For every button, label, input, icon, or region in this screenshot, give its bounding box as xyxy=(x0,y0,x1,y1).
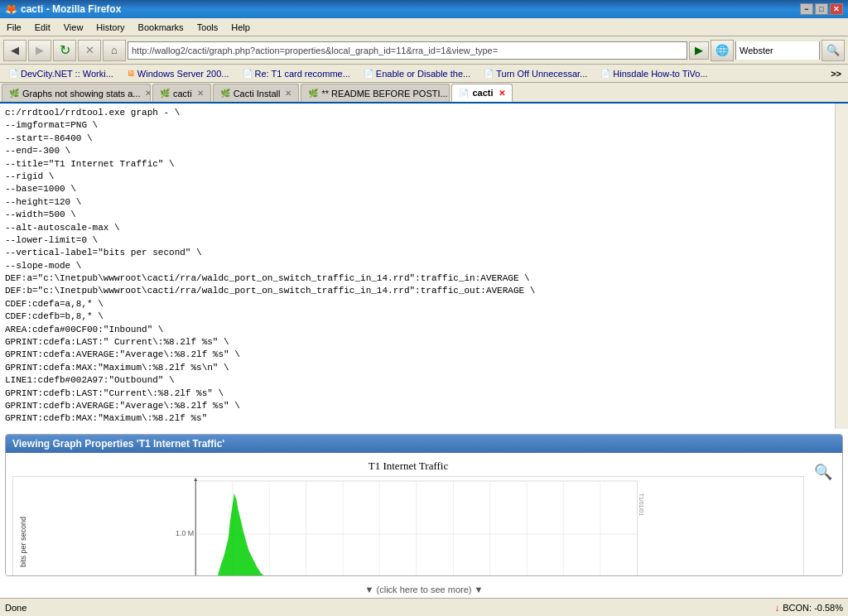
status-text: Done xyxy=(5,603,26,613)
tab-icon-3: 🌿 xyxy=(308,89,318,98)
y-axis-label: bits per second xyxy=(19,517,27,567)
bookmarks-bar: 📄 DevCity.NET :: Worki... 🖥 Windows Serv… xyxy=(0,65,848,83)
titlebar-left: 🦊 cacti - Mozilla Firefox xyxy=(5,3,121,15)
command-line: --alt-autoscale-max \ xyxy=(5,222,830,234)
command-line: GPRINT:cdefb:MAX:"Maximum\:%8.2lf %s" xyxy=(5,412,830,425)
tabs-bar: 🌿 Graphs not showing stats a... ✕ 🌿 cact… xyxy=(0,83,848,103)
go-button[interactable]: ▶ xyxy=(689,41,709,60)
command-line: --height=120 \ xyxy=(5,196,830,209)
tab-cacti-active[interactable]: 📄 cacti ✕ xyxy=(451,84,512,102)
titlebar-controls: − □ ✕ xyxy=(800,3,843,15)
graph-chart: bits per second xyxy=(12,476,804,576)
command-line: LINE1:cdefb#002A97:"Outbound" \ xyxy=(5,374,830,387)
command-line: --imgformat=PNG \ xyxy=(5,119,830,132)
menu-history[interactable]: History xyxy=(89,21,131,34)
command-line: --vertical-label="bits per second" \ xyxy=(5,247,830,259)
tab-graphs-stats[interactable]: 🌿 Graphs not showing stats a... ✕ xyxy=(2,84,151,102)
command-line: --base=1000 \ xyxy=(5,183,830,195)
bookmark-icon-1: 🖥 xyxy=(127,69,135,78)
menu-file[interactable]: File xyxy=(0,21,28,34)
command-line: CDEF:cdefb=b,8,* \ xyxy=(5,310,830,323)
back-button[interactable]: ◀ xyxy=(3,40,26,61)
bookmark-devicity[interactable]: 📄 DevCity.NET :: Worki... xyxy=(3,68,118,79)
graph-properties-panel: Viewing Graph Properties 'T1 Internet Tr… xyxy=(5,434,843,576)
stop-button[interactable]: ✕ xyxy=(78,40,101,61)
tab-cacti-install[interactable]: 🌿 Cacti Install ✕ xyxy=(213,84,300,102)
menu-tools[interactable]: Tools xyxy=(190,21,225,34)
forward-button[interactable]: ▶ xyxy=(28,40,51,61)
command-line: --slope-mode \ xyxy=(5,260,830,272)
graph-panel-header: Viewing Graph Properties 'T1 Internet Tr… xyxy=(6,435,842,453)
bookmark-icon-5: 📄 xyxy=(600,69,610,78)
bookmark-icon-0: 📄 xyxy=(8,69,18,78)
graph-panel-body: T1 Internet Traffic bits per second xyxy=(6,453,842,576)
bookmark-t1card[interactable]: 📄 Re: T1 card recomme... xyxy=(238,68,355,79)
command-text: c:/rrdtool/rrdtool.exe graph - \--imgfor… xyxy=(0,103,835,429)
menubar: File Edit View History Bookmarks Tools H… xyxy=(0,18,848,36)
tab-icon-1: 🌿 xyxy=(160,89,170,98)
maximize-button[interactable]: □ xyxy=(815,3,828,15)
tab-cacti-1[interactable]: 🌿 cacti ✕ xyxy=(152,84,211,102)
tab-icon-4: 📄 xyxy=(459,89,469,98)
status-bcon: BCON: -0.58% xyxy=(783,603,843,613)
bookmark-turnoff[interactable]: 📄 Turn Off Unnecessar... xyxy=(479,68,592,79)
status-arrow: ↓ xyxy=(775,603,780,613)
minimize-button[interactable]: − xyxy=(800,3,813,15)
command-line: --title="T1 Internet Traffic" \ xyxy=(5,158,830,171)
graph-side-panel: 🔍 xyxy=(811,460,836,576)
graph-container: T1 Internet Traffic bits per second xyxy=(12,460,804,576)
bookmark-winserver[interactable]: 🖥 Windows Server 200... xyxy=(122,68,234,79)
toolbar: ◀ ▶ ↻ ✕ ⌂ ▶ 🌐 🔍 xyxy=(0,36,848,65)
command-line: --end=-300 \ xyxy=(5,145,830,157)
command-line: AREA:cdefa#00CF00:"Inbound" \ xyxy=(5,324,830,336)
command-line: c:/rrdtool/rrdtool.exe graph - \ xyxy=(5,107,830,119)
command-line: GPRINT:cdefb:AVERAGE:"Average\:%8.2lf %s… xyxy=(5,400,830,412)
statusbar-right: ↓ BCON: -0.58% xyxy=(775,603,843,613)
svg-marker-19 xyxy=(194,478,197,481)
tab-close-2[interactable]: ✕ xyxy=(285,89,292,98)
search-button[interactable]: 🔍 xyxy=(822,40,845,61)
menu-view[interactable]: View xyxy=(57,21,90,34)
command-line: GPRINT:cdefa:MAX:"Maximum\:%8.2lf %s\n" … xyxy=(5,362,830,374)
home-button[interactable]: ⌂ xyxy=(103,40,126,61)
bookmarks-more[interactable]: >> xyxy=(827,68,845,79)
graph-title: T1 Internet Traffic xyxy=(12,460,804,473)
command-line: --width=500 \ xyxy=(5,209,830,221)
graph-svg: 0.0 1.0 M 14:00 16:00 xyxy=(13,477,803,576)
bookmark-hinsdale[interactable]: 📄 Hinsdale How-to TiVo... xyxy=(595,68,712,79)
svg-text:1.0 M: 1.0 M xyxy=(176,529,194,537)
command-line: --rigid \ xyxy=(5,171,830,183)
tab-icon-2: 🌿 xyxy=(220,89,230,98)
menu-bookmarks[interactable]: Bookmarks xyxy=(132,21,190,34)
firefox-icon: 🦊 xyxy=(5,3,17,15)
tab-close-4[interactable]: ✕ xyxy=(499,89,505,98)
bookmark-icon-3: 📄 xyxy=(364,69,373,78)
bookmark-enable[interactable]: 📄 Enable or Disable the... xyxy=(359,68,475,79)
command-line: GPRINT:cdefa:LAST:" Current\:%8.2lf %s" … xyxy=(5,336,830,349)
refresh-button[interactable]: ↻ xyxy=(53,40,76,61)
tab-close-0[interactable]: ✕ xyxy=(145,89,151,98)
content-area: c:/rrdtool/rrdtool.exe graph - \--imgfor… xyxy=(0,103,848,598)
titlebar: 🦊 cacti - Mozilla Firefox − □ ✕ xyxy=(0,0,848,18)
zoom-icon[interactable]: 🔍 xyxy=(814,463,832,481)
command-line: GPRINT:cdefb:LAST:"Current\:%8.2lf %s" \ xyxy=(5,387,830,400)
tab-readme[interactable]: 🌿 ** README BEFORE POSTI... ✕ xyxy=(301,84,450,102)
bookmark-icon-4: 📄 xyxy=(484,69,494,78)
menu-help[interactable]: Help xyxy=(224,21,257,34)
command-line: DEF:b="c:\Inetpub\wwwroot\cacti/rra/wald… xyxy=(5,285,830,297)
menu-edit[interactable]: Edit xyxy=(28,21,57,34)
command-line: DEF:a="c:\Inetpub\wwwroot\cacti/rra/wald… xyxy=(5,272,830,285)
command-line: --start=-86400 \ xyxy=(5,132,830,145)
search-input[interactable] xyxy=(736,41,819,60)
more-content: ▼ (click here to see more) ▼ xyxy=(0,581,848,598)
svg-text:T1/01/01: T1/01/01 xyxy=(638,493,644,516)
command-line: GPRINT:cdefa:AVERAGE:"Average\:%8.2lf %s… xyxy=(5,349,830,361)
titlebar-title: cacti - Mozilla Firefox xyxy=(21,3,121,15)
tab-icon-0: 🌿 xyxy=(9,89,19,98)
command-line: CDEF:cdefa=a,8,* \ xyxy=(5,298,830,310)
url-bar[interactable] xyxy=(128,41,687,60)
close-button[interactable]: ✕ xyxy=(830,3,843,15)
tab-close-1[interactable]: ✕ xyxy=(197,89,204,98)
statusbar: Done ↓ BCON: -0.58% xyxy=(0,598,848,616)
command-line: --lower-limit=0 \ xyxy=(5,234,830,247)
